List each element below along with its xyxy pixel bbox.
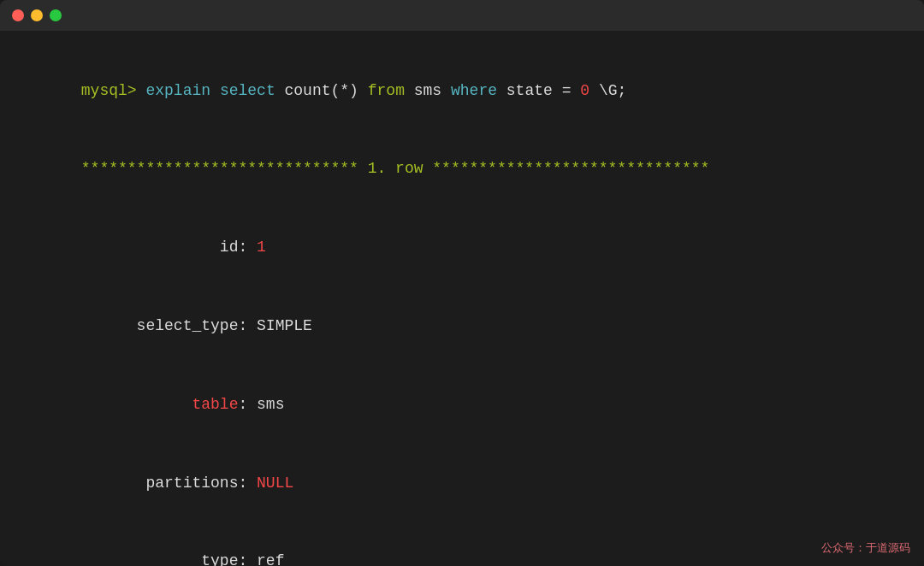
where-keyword: where: [451, 82, 497, 99]
eq-op: =: [562, 82, 572, 99]
close-button[interactable]: [12, 9, 24, 21]
table-name: sms: [414, 82, 441, 99]
terminal-window: mysql> explain select count(*) from sms …: [0, 0, 924, 566]
watermark: 公众号：于道源码: [821, 540, 910, 556]
separator-line: ****************************** 1. row **…: [26, 130, 898, 209]
command-line: mysql> explain select count(*) from sms …: [26, 51, 898, 130]
count-func: count(*): [285, 82, 358, 99]
state-col: state: [506, 82, 553, 99]
prompt: mysql>: [81, 82, 137, 99]
zero-val: 0: [580, 82, 589, 99]
row-table: table: sms: [26, 365, 898, 444]
maximize-button[interactable]: [50, 9, 62, 21]
stars-left: ******************************: [81, 160, 358, 177]
explain-keyword: explain: [145, 82, 210, 99]
minimize-button[interactable]: [31, 9, 43, 21]
from-keyword: from: [368, 82, 405, 99]
terminator: \G;: [599, 82, 626, 99]
row-id: id: 1: [26, 209, 898, 287]
select-keyword: select: [220, 82, 275, 99]
stars-right: ******************************: [432, 160, 709, 177]
terminal-content: mysql> explain select count(*) from sms …: [0, 31, 924, 566]
row-label: 1. row: [368, 160, 424, 177]
row-select-type: select_type: SIMPLE: [26, 286, 898, 365]
row-partitions: partitions: NULL: [26, 444, 898, 522]
title-bar: [0, 0, 924, 31]
row-type: type: ref: [26, 522, 898, 566]
